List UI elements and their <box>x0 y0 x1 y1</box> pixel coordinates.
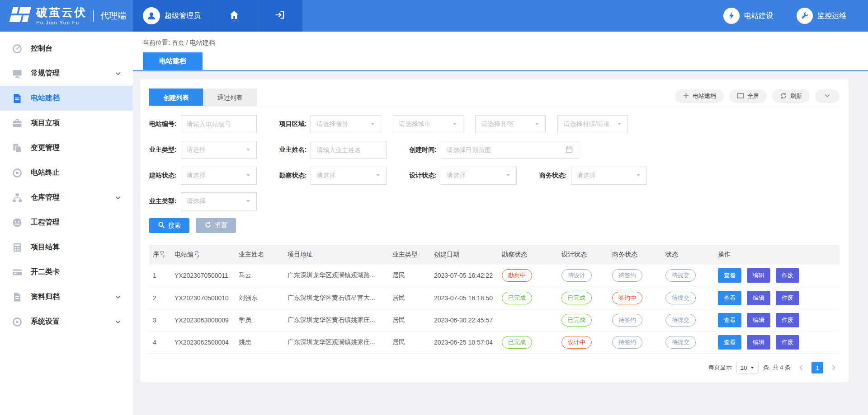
sidebar-item-copy[interactable]: 变更管理 <box>0 135 133 160</box>
caret-down-icon <box>617 121 622 128</box>
status-badge: 待设计 <box>561 269 592 282</box>
edit-button[interactable]: 编辑 <box>747 313 770 327</box>
owner-type-select[interactable]: 请选择 <box>181 141 257 159</box>
station-code-input[interactable] <box>181 115 257 133</box>
view-button[interactable]: 查看 <box>718 313 741 327</box>
status-badge: 已完成 <box>502 336 532 349</box>
column-header-5: 业主类型 <box>389 245 430 265</box>
sidebar-item-calculator[interactable]: 项目结算 <box>0 235 133 260</box>
sidebar-item-document[interactable]: 电站建档 <box>0 86 133 111</box>
status-badge: 待提交 <box>665 336 696 349</box>
sidebar-item-label: 资料归档 <box>31 292 115 302</box>
filter-label: 建站状态: <box>149 172 177 180</box>
table-row: 4YX2023062500004姚忠广东深圳龙华区观澜镇姚家庄...居民2023… <box>149 331 840 353</box>
prev-page-button[interactable] <box>795 362 807 373</box>
design-status-select[interactable]: 请选择 <box>441 167 517 185</box>
edit-button[interactable]: 编辑 <box>747 291 770 305</box>
caret-down-icon <box>370 121 375 128</box>
document-icon <box>12 93 23 104</box>
province-select-group: 项目区域:请选择省份请选择城市请选择县/区请选择村镇/街道 <box>279 115 628 133</box>
user-menu[interactable]: 超级管理员 <box>133 0 211 32</box>
void-button[interactable]: 作废 <box>776 291 799 305</box>
create-time-range-input[interactable] <box>447 146 565 154</box>
caret-down-icon <box>375 172 381 179</box>
status-status-cell: 待提交 <box>662 287 714 309</box>
village-select-placeholder: 请选择村镇/街道 <box>563 120 609 128</box>
main-content: 当前位置: 首页 / 电站建档 电站建档 创建列表通过列表 电站建档全屏刷新 电… <box>133 32 868 415</box>
edit-button[interactable]: 编辑 <box>747 335 770 350</box>
view-button[interactable]: 查看 <box>718 335 741 350</box>
sidebar-item-monitor[interactable]: 常规管理 <box>0 61 133 86</box>
province-select[interactable]: 请选择省份 <box>311 115 381 133</box>
city-select-placeholder: 请选择城市 <box>399 120 430 128</box>
design-status-select-placeholder: 请选择 <box>447 172 466 180</box>
sidebar-item-settings[interactable]: 系统设置 <box>0 309 133 334</box>
nav-monitor-ops[interactable]: 监控运维 <box>797 8 846 24</box>
view-button[interactable]: 查看 <box>718 268 741 283</box>
chevron-down-icon <box>115 195 121 201</box>
sidebar-item-label: 变更管理 <box>31 143 121 153</box>
build-status-select[interactable]: 请选择 <box>181 167 257 185</box>
sidebar-item-target[interactable]: 电站终止 <box>0 160 133 185</box>
owner-type-select-2[interactable]: 请选择 <box>181 192 257 210</box>
sidebar-item-card[interactable]: 开二类卡 <box>0 260 133 284</box>
collapse-button[interactable] <box>815 89 840 103</box>
edit-button[interactable]: 编辑 <box>747 268 770 283</box>
page-number-button[interactable]: 1 <box>811 362 823 373</box>
per-page-select[interactable]: 10 <box>736 362 759 374</box>
nav-station-build[interactable]: 电站建设 <box>723 8 773 24</box>
sidebar-item-label: 项目结算 <box>31 242 121 252</box>
county-select[interactable]: 请选择县/区 <box>475 115 546 133</box>
column-header-8: 设计状态 <box>558 245 609 265</box>
survey-status-cell: 已完成 <box>498 331 558 353</box>
void-button[interactable]: 作废 <box>776 313 799 327</box>
status-badge: 已完成 <box>561 292 592 304</box>
column-header-1: 序号 <box>149 245 171 265</box>
survey-status-select-placeholder: 请选择 <box>316 172 335 180</box>
refresh-button[interactable]: 刷新 <box>772 89 810 103</box>
search-button[interactable]: 搜索 <box>149 218 189 233</box>
column-header-7: 勘察状态 <box>498 245 558 265</box>
filter-label: 商务状态: <box>539 172 567 180</box>
create-time-range[interactable] <box>441 141 579 159</box>
owner-name-input[interactable] <box>311 141 387 159</box>
void-button[interactable]: 作废 <box>776 268 799 283</box>
actions-cell: 查看编辑作废 <box>714 331 840 353</box>
logo-title: 破茧云伏 <box>36 6 87 19</box>
code-cell: YX2023070500010 <box>171 287 235 309</box>
void-button[interactable]: 作废 <box>776 335 799 350</box>
refresh-button-label: 刷新 <box>790 92 802 100</box>
code-cell: YX2023063000009 <box>171 309 235 331</box>
create-time-range-group: 创建时间: <box>409 141 579 159</box>
fullscreen-button[interactable]: 全屏 <box>729 89 767 103</box>
reset-button[interactable]: 重置 <box>196 218 236 233</box>
page-tab[interactable]: 电站建档 <box>143 52 203 70</box>
view-button[interactable]: 查看 <box>718 291 741 305</box>
tab-passed-list[interactable]: 通过列表 <box>203 89 257 106</box>
sidebar-item-dashboard[interactable]: 工程管理 <box>0 210 133 235</box>
sidebar-item-sitemap[interactable]: 仓库管理 <box>0 185 133 210</box>
sidebar-item-briefcase[interactable]: 项目立项 <box>0 111 133 135</box>
sidebar-item-archive[interactable]: 资料归档 <box>0 284 133 309</box>
tab-create-list[interactable]: 创建列表 <box>149 89 203 106</box>
village-select[interactable]: 请选择村镇/街道 <box>557 115 628 133</box>
home-button[interactable] <box>211 0 257 32</box>
logo[interactable]: 破茧云伏 Po Jian Yun Fu 代理端 <box>0 0 133 32</box>
create-station-button[interactable]: 电站建档 <box>675 89 724 103</box>
city-select[interactable]: 请选择城市 <box>393 115 463 133</box>
business-status-select[interactable]: 请选择 <box>571 167 647 185</box>
total-count-label: 条, 共 4 条 <box>763 364 791 372</box>
plus-icon <box>683 92 689 100</box>
owner-cell: 刘强东 <box>235 287 284 309</box>
breadcrumb-path[interactable]: 首页 / 电站建档 <box>172 39 215 46</box>
logout-button[interactable] <box>257 0 302 32</box>
owner-type-select-placeholder: 请选择 <box>187 146 206 154</box>
survey-status-cell: 勘察中 <box>498 265 558 287</box>
business-status-cell: 待签约 <box>609 309 662 331</box>
next-page-button[interactable] <box>828 362 840 373</box>
filter-row-4: 业主类型:请选择 <box>149 192 840 210</box>
sidebar-item-gauge[interactable]: 控制台 <box>0 36 133 61</box>
survey-status-select[interactable]: 请选择 <box>311 167 387 185</box>
caret-down-icon <box>245 198 251 205</box>
filter-label: 业主姓名: <box>279 146 307 154</box>
